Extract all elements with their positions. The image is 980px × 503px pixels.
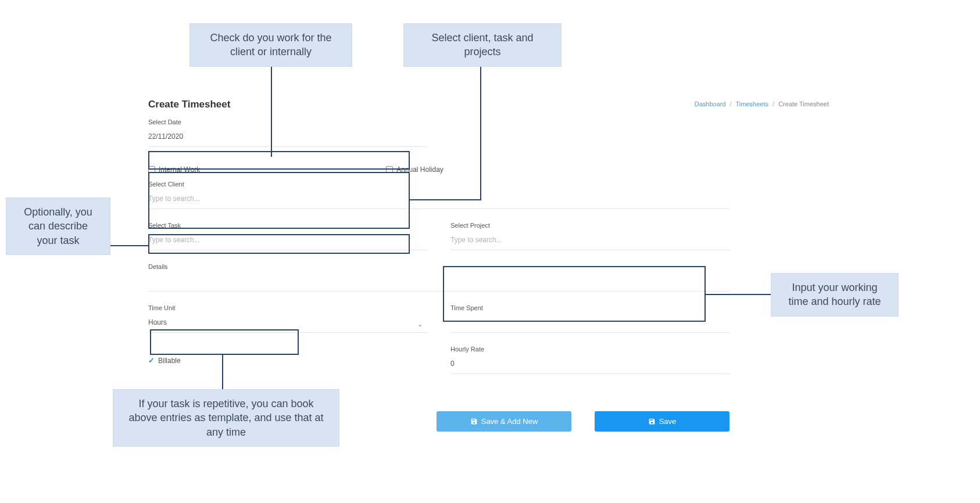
connector-line <box>410 199 481 200</box>
select-task-input[interactable] <box>148 232 427 250</box>
select-client-label: Select Client <box>148 181 729 188</box>
connector-line <box>480 63 481 200</box>
save-add-new-label: Save & Add New <box>481 417 538 426</box>
annual-holiday-checkbox[interactable]: Annual Holiday <box>386 166 443 174</box>
time-unit-select[interactable]: Hours <box>148 315 427 333</box>
select-project-label: Select Project <box>450 222 729 229</box>
save-icon <box>470 418 478 425</box>
breadcrumb-current: Create Timesheet <box>778 100 829 107</box>
time-unit-label: Time Unit <box>148 304 427 311</box>
callout-input-time-rate: Input your working time and hourly rate <box>771 273 899 317</box>
select-date-value[interactable]: 22/11/2020 <box>148 129 427 147</box>
billable-toggle[interactable]: ✓ Billable <box>148 356 427 365</box>
time-spent-label: Time Spent <box>450 304 729 311</box>
callout-describe-task: Optionally, you can describe your task <box>6 197 110 255</box>
select-date-label: Select Date <box>148 118 427 125</box>
connector-line <box>222 354 223 390</box>
checkbox-icon <box>148 166 155 173</box>
connector-line <box>706 294 771 295</box>
time-spent-input[interactable] <box>450 315 729 333</box>
internal-work-checkbox[interactable]: Internal Work <box>148 166 200 174</box>
save-icon <box>648 418 656 425</box>
callout-check-work-type: Check do you work for the client or inte… <box>189 23 352 67</box>
breadcrumb-timesheets[interactable]: Timesheets <box>736 100 768 107</box>
select-task-label: Select Task <box>148 222 427 229</box>
save-add-new-button[interactable]: Save & Add New <box>437 411 571 432</box>
details-label: Details <box>148 263 729 270</box>
hourly-rate-input[interactable] <box>450 356 729 374</box>
checkbox-icon <box>386 166 393 173</box>
annual-holiday-label: Annual Holiday <box>396 166 443 174</box>
callout-select-client-task-project: Select client, task and projects <box>403 23 561 67</box>
internal-work-label: Internal Work <box>159 166 200 174</box>
timesheet-form: Create Timesheet Select Date 22/11/2020 … <box>148 99 729 432</box>
details-input[interactable] <box>148 274 729 292</box>
page-title: Create Timesheet <box>148 99 729 110</box>
connector-line <box>271 63 272 157</box>
hourly-rate-label: Hourly Rate <box>450 346 729 353</box>
save-label: Save <box>659 417 677 426</box>
callout-repetitive-template: If your task is repetitive, you can book… <box>113 389 339 447</box>
connector-line <box>110 245 149 246</box>
billable-label: Billable <box>158 357 181 365</box>
save-button[interactable]: Save <box>595 411 729 432</box>
select-project-input[interactable] <box>450 232 729 250</box>
check-icon: ✓ <box>148 356 155 365</box>
